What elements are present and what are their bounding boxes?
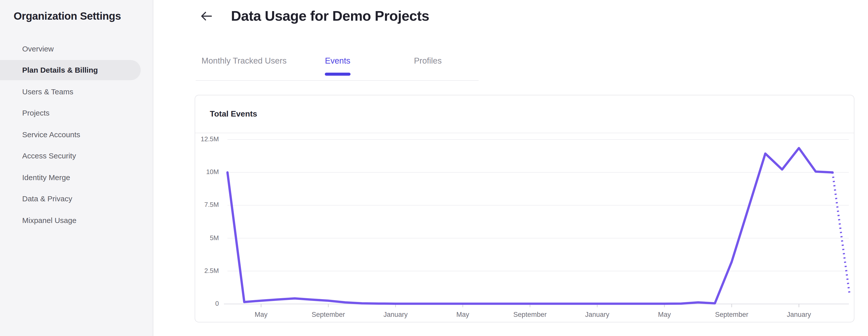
y-axis-label: 5M [195, 234, 219, 241]
x-axis-tick [731, 304, 732, 307]
x-axis-tick [261, 304, 261, 307]
card-header: Total Events [195, 95, 854, 133]
sidebar-item-access-security[interactable]: Access Security [0, 145, 153, 166]
tab-label: Profiles [414, 56, 441, 66]
sidebar-item-service-accounts[interactable]: Service Accounts [0, 124, 153, 145]
tab-monthly-tracked-users[interactable]: Monthly Tracked Users [202, 45, 286, 76]
x-axis-tick [799, 304, 799, 307]
organization-settings-sidebar: Organization Settings OverviewPlan Detai… [0, 0, 153, 336]
tab-events[interactable]: Events [325, 45, 350, 76]
sidebar-item-data-privacy[interactable]: Data & Privacy [0, 188, 153, 209]
sidebar-item-projects[interactable]: Projects [0, 102, 153, 124]
y-axis-label: 12.5M [195, 135, 219, 143]
y-axis-label: 10M [195, 168, 219, 176]
sidebar-item-identity-merge[interactable]: Identity Merge [0, 166, 153, 188]
sidebar-item-mixpanel-usage[interactable]: Mixpanel Usage [0, 209, 153, 231]
sidebar-item-label: Projects [22, 109, 50, 117]
y-axis-label: 2.5M [195, 267, 219, 274]
x-axis-label: January [774, 310, 824, 318]
x-axis-label: May [639, 310, 690, 318]
back-button[interactable] [200, 6, 213, 26]
main-content: Data Usage for Demo Projects Monthly Tra… [153, 0, 868, 336]
tab-label: Monthly Tracked Users [202, 56, 286, 66]
x-axis-label: January [572, 310, 622, 318]
sidebar-nav-list: OverviewPlan Details & BillingUsers & Te… [0, 38, 153, 231]
left-arrow-icon [200, 11, 212, 21]
x-axis-label: May [437, 310, 488, 318]
total-events-chart: 02.5M5M7.5M10M12.5MMaySeptemberJanuaryMa… [195, 133, 854, 322]
y-axis-label: 7.5M [195, 201, 219, 209]
sidebar-item-label: Identity Merge [22, 173, 70, 182]
sidebar-item-label: Mixpanel Usage [22, 216, 76, 224]
tab-profiles[interactable]: Profiles [414, 45, 441, 76]
sidebar-item-label: Overview [22, 44, 54, 53]
page-header: Data Usage for Demo Projects [200, 6, 429, 26]
total-events-line-projected-dotted [832, 172, 849, 293]
tab-label: Events [325, 56, 350, 66]
line-chart-canvas [195, 133, 854, 323]
total-events-card: Total Events 02.5M5M7.5M10M12.5MMaySepte… [195, 95, 855, 323]
sidebar-item-overview[interactable]: Overview [0, 38, 153, 59]
page-title: Data Usage for Demo Projects [231, 8, 429, 24]
sidebar-item-plan-details-billing[interactable]: Plan Details & Billing [0, 59, 153, 81]
sidebar-item-users-teams[interactable]: Users & Teams [0, 81, 153, 102]
sidebar-item-label: Plan Details & Billing [22, 66, 98, 74]
x-axis-tick [328, 304, 329, 307]
app-viewport: Organization Settings OverviewPlan Detai… [0, 0, 868, 336]
sidebar-item-label: Users & Teams [22, 87, 73, 96]
data-usage-tabs: Monthly Tracked UsersEventsProfiles [195, 45, 478, 81]
x-axis-label: September [303, 310, 353, 318]
card-title: Total Events [210, 110, 257, 119]
sidebar-item-label: Data & Privacy [22, 194, 72, 203]
x-axis-label: September [505, 310, 555, 318]
x-axis-label: May [236, 310, 286, 318]
sidebar-item-label: Service Accounts [22, 130, 80, 139]
y-axis-label: 0 [195, 300, 219, 307]
sidebar-title: Organization Settings [13, 10, 121, 22]
x-axis-label: January [370, 310, 421, 318]
total-events-line-solid [227, 148, 832, 304]
sidebar-item-label: Access Security [22, 152, 76, 160]
x-axis-label: September [706, 310, 757, 318]
